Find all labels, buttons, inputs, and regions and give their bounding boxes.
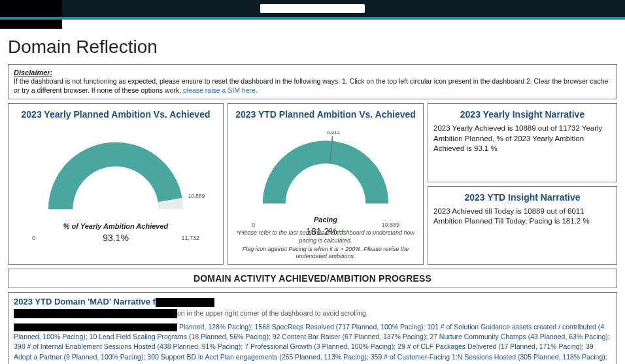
ytd-footnote-2: Flag icon against Pacing is when it is >… bbox=[233, 246, 418, 261]
ytd-insight-card: 2023 YTD Insight Narrative 2023 Achieved… bbox=[428, 186, 617, 265]
ytd-gauge-title: 2023 YTD Planned Ambition Vs. Achieved bbox=[233, 109, 418, 120]
yearly-insight-title: 2023 Yearly Insight Narrative bbox=[433, 109, 611, 120]
ytd-insight-title: 2023 YTD Insight Narrative bbox=[433, 192, 611, 203]
mad-title: 2023 YTD Domain 'MAD' Narrative f bbox=[14, 297, 156, 306]
mad-narrative-card: 2023 YTD Domain 'MAD' Narrative f on in … bbox=[8, 292, 617, 364]
yearly-gauge-title: 2023 Yearly Planned Ambition Vs. Achieve… bbox=[14, 109, 218, 120]
redacted-block bbox=[0, 0, 62, 17]
address-bar[interactable] bbox=[260, 4, 365, 13]
disclaimer-body: If the dashboard is not functioning as e… bbox=[14, 76, 611, 95]
disclaimer-text: If the dashboard is not functioning as e… bbox=[14, 77, 608, 94]
redacted-block bbox=[156, 298, 214, 307]
disclaimer-panel: Disclaimer: If the dashboard is not func… bbox=[8, 64, 617, 99]
pacing-plus-icon: + bbox=[340, 226, 345, 237]
redacted-block bbox=[0, 20, 62, 29]
activity-section-header: DOMAIN ACTIVITY ACHIEVED/AMBITION PROGRE… bbox=[8, 269, 617, 288]
ytd-gauge-card: 2023 YTD Planned Ambition Vs. Achieved 6… bbox=[228, 103, 424, 265]
ytd-top-label: 6,011 bbox=[327, 129, 340, 135]
yearly-gauge-sub: % of Yearly Ambition Achieved bbox=[14, 222, 218, 230]
yearly-gauge: 10,889 % of Yearly Ambition Achieved 93.… bbox=[14, 124, 218, 235]
redacted-block bbox=[14, 323, 177, 331]
ytd-gauge-pct: 181.2% bbox=[306, 226, 337, 237]
disclaimer-period: . bbox=[256, 86, 258, 94]
yearly-insight-body: 2023 Yearly Achieved is 10889 out of 117… bbox=[433, 124, 611, 154]
yearly-insight-card: 2023 Yearly Insight Narrative 2023 Yearl… bbox=[428, 103, 617, 182]
redacted-block bbox=[14, 309, 177, 318]
raise-sim-link[interactable]: please raise a SIM here bbox=[183, 86, 256, 94]
yearly-gauge-value: 93.1% bbox=[14, 233, 218, 243]
ytd-gauge: 6,011 Pacing 181.2% + bbox=[233, 124, 418, 222]
yearly-gauge-card: 2023 Yearly Planned Ambition Vs. Achieve… bbox=[8, 103, 224, 265]
page-title: Domain Reflection bbox=[8, 37, 617, 58]
disclaimer-label: Disclaimer: bbox=[14, 69, 611, 76]
mad-body: Planned, 128% Pacing); 1568 SpecReqs Res… bbox=[14, 322, 611, 364]
ytd-gauge-sub: Pacing bbox=[233, 216, 418, 223]
mad-hint: on in the upper right corner of the dash… bbox=[177, 309, 368, 317]
ytd-insight-body: 2023 Achieved till Today is 10889 out of… bbox=[433, 207, 611, 227]
browser-top-bar bbox=[0, 0, 625, 17]
accent-strip bbox=[0, 17, 625, 20]
yearly-achieved-label: 10,889 bbox=[188, 193, 205, 200]
ytd-gauge-value: 181.2% + bbox=[233, 226, 418, 237]
